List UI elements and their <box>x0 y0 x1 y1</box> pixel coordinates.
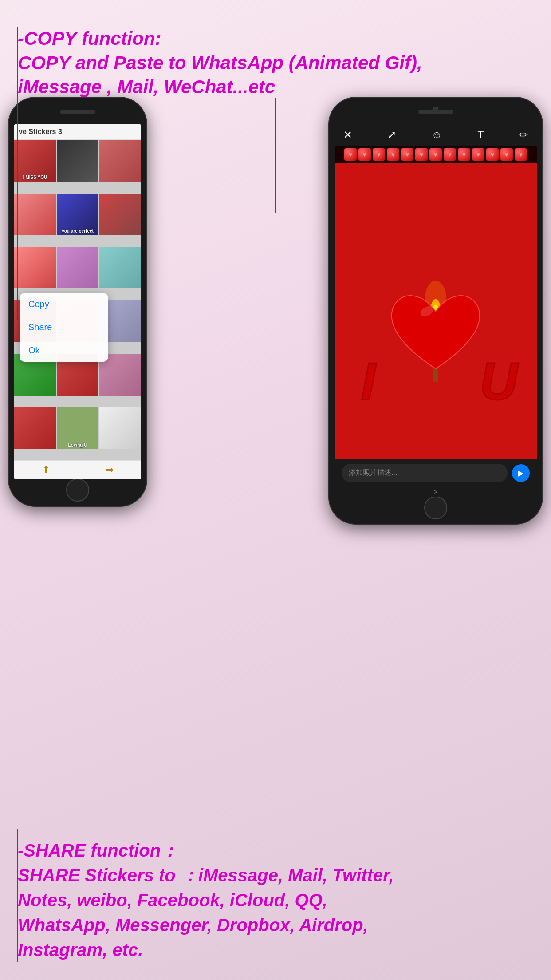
phone-right: ✕ ⤢ ☺ T ✏ <box>329 98 542 524</box>
sticker-cell-17[interactable]: Loving U <box>57 407 98 449</box>
annotation-bottom-line2: SHARE Stickers to ：iMessage, Mail, Twitt… <box>18 863 394 888</box>
phone-screen-right: ✕ ⤢ ☺ T ✏ <box>335 124 537 497</box>
annotation-bottom-line3: Notes, weibo, Facebook, iCloud, QQ, <box>18 888 394 913</box>
emoji-icon[interactable]: ☺ <box>431 129 442 141</box>
phone-home-left[interactable] <box>66 478 89 502</box>
nav-right-icon[interactable]: ➡ <box>106 464 114 476</box>
banner-item-6 <box>415 148 428 161</box>
right-screen: ✕ ⤢ ☺ T ✏ <box>335 124 537 497</box>
phone-screen-left: ve Stickers 3 I MISS YOU you are perfect <box>14 124 141 479</box>
caption-bar: 添加照片描述... ▶ <box>335 459 537 486</box>
sticker-cell-18[interactable] <box>99 407 141 449</box>
sticker-cell-1[interactable]: I MISS YOU <box>14 140 56 182</box>
banner-item-3 <box>373 148 385 161</box>
banner-item-10 <box>472 148 484 161</box>
annotation-bottom-line5: Instagram, etc. <box>18 937 394 962</box>
more-icon: > <box>434 488 437 495</box>
annotation-top: -COPY function: COPY and Paste to WhatsA… <box>18 27 422 99</box>
banner-item-12 <box>500 148 513 161</box>
phone-speaker-left <box>60 110 95 114</box>
annotation-bottom-line4: WhatsApp, Messenger, Dropbox, Airdrop, <box>18 913 394 937</box>
sticker-label-1: I MISS YOU <box>14 175 56 180</box>
right-toolbar: ✕ ⤢ ☺ T ✏ <box>335 124 537 146</box>
banner-item-8 <box>444 148 456 161</box>
context-menu: Copy Share Ok <box>20 293 108 362</box>
sticker-cell-9[interactable] <box>99 247 141 288</box>
annotation-bottom-line1: -SHARE function： <box>18 838 394 863</box>
banner-row <box>344 148 527 161</box>
red-bracket-line <box>17 27 18 320</box>
draw-icon[interactable]: ✏ <box>519 129 528 141</box>
sticker-cell-4[interactable] <box>14 194 56 235</box>
annotation-top-line3: iMessage , Mail, WeChat...etc <box>18 75 422 99</box>
more-row[interactable]: > <box>335 486 537 497</box>
sticker-cell-7[interactable] <box>14 247 56 288</box>
caption-input[interactable]: 添加照片描述... <box>342 464 508 482</box>
send-button[interactable]: ▶ <box>512 464 530 482</box>
phone-home-right[interactable] <box>424 496 447 519</box>
caption-placeholder: 添加照片描述... <box>349 469 397 476</box>
sticker-cell-8[interactable] <box>57 247 98 288</box>
phone-left: ve Stickers 3 I MISS YOU you are perfect <box>9 98 146 506</box>
svg-text:U: U <box>480 352 519 411</box>
nav-up-icon[interactable]: ⬆ <box>42 464 50 476</box>
svg-text:I: I <box>361 352 377 411</box>
sticker-banner <box>335 146 537 163</box>
banner-item-5 <box>401 148 413 161</box>
close-button[interactable]: ✕ <box>343 129 352 141</box>
context-ok[interactable]: Ok <box>20 339 108 362</box>
banner-item-9 <box>458 148 470 161</box>
screen-title: ve Stickers 3 <box>19 128 62 135</box>
text-icon[interactable]: T <box>477 129 484 141</box>
sticker-cell-5[interactable]: you are perfect <box>57 194 98 235</box>
send-icon: ▶ <box>518 468 524 478</box>
banner-item-2 <box>358 148 371 161</box>
sticker-cell-6[interactable] <box>99 194 141 235</box>
context-copy[interactable]: Copy <box>20 293 108 316</box>
red-indicator-line <box>275 98 276 213</box>
annotation-bottom: -SHARE function： SHARE Stickers to ：iMes… <box>18 838 394 962</box>
context-share[interactable]: Share <box>20 316 108 339</box>
phone-speaker-right <box>418 110 453 114</box>
sticker-cell-2[interactable] <box>57 140 98 182</box>
sticker-cell-3[interactable] <box>99 140 141 182</box>
banner-item-13 <box>515 148 527 161</box>
banner-item-1 <box>344 148 357 161</box>
sticker-cell-16[interactable] <box>14 407 56 449</box>
heart-candle-svg: I U ✦ ✦ ✦ <box>335 163 537 459</box>
annotation-top-line1: -COPY function: <box>18 27 422 51</box>
main-image: I U ✦ ✦ ✦ <box>335 163 537 459</box>
sticker-label-5: you are perfect <box>57 229 98 233</box>
nav-bar: ⬆ ➡ <box>14 460 141 479</box>
screen-header: ve Stickers 3 <box>14 124 141 140</box>
banner-item-7 <box>429 148 442 161</box>
banner-item-11 <box>486 148 499 161</box>
annotation-top-line2: COPY and Paste to WhatsApp (Animated Gif… <box>18 51 422 75</box>
sticker-label-17: Loving U <box>57 443 98 447</box>
banner-item-4 <box>387 148 399 161</box>
crop-icon[interactable]: ⤢ <box>387 129 396 141</box>
